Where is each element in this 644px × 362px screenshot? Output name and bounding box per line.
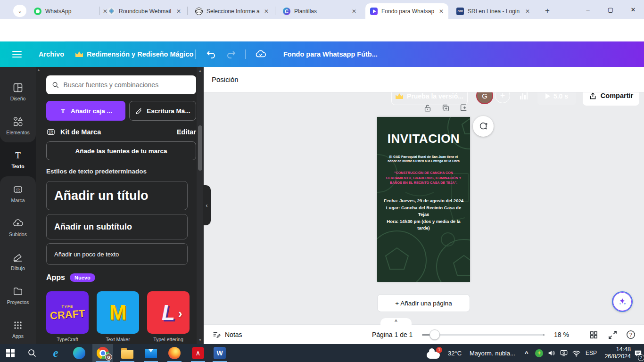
sidebar-item-marca[interactable]: co Marca: [0, 176, 36, 210]
save-status-button[interactable]: [255, 41, 267, 67]
design-icon: [12, 82, 24, 93]
tab-label: Fondo para Whatsap: [381, 8, 435, 15]
app-tile-typecraft[interactable]: TYPE CRAFT: [46, 291, 89, 334]
page-panel-toggle[interactable]: ^: [380, 318, 412, 325]
sidebar-item-texto-active[interactable]: T Texto: [0, 142, 36, 176]
fullscreen-button[interactable]: [608, 325, 617, 345]
magic-write-button[interactable]: Escritura Má...: [129, 101, 196, 121]
tab-plantillas[interactable]: C Plantillas ✕: [278, 3, 361, 19]
new-tab-button[interactable]: +: [541, 4, 554, 17]
zoom-slider[interactable]: [422, 334, 545, 336]
zoom-slider-knob[interactable]: [429, 329, 440, 340]
tray-expand-chevron[interactable]: ^: [525, 344, 528, 362]
add-title-card[interactable]: Añadir un título: [46, 181, 188, 210]
zoom-level[interactable]: 18 %: [554, 325, 569, 345]
taskbar-word-icon[interactable]: W: [209, 344, 230, 362]
notes-button[interactable]: Notas: [212, 325, 242, 345]
scroll-down-icon[interactable]: ▼: [197, 338, 204, 342]
design-intro-text[interactable]: El GAD Parroquial Rural de San Juan tien…: [377, 155, 470, 163]
scrollbar-thumb[interactable]: [198, 125, 202, 171]
window-close-button[interactable]: ✕: [622, 0, 644, 19]
add-page-button[interactable]: + Añadir una página: [377, 294, 470, 312]
taskbar-explorer-icon[interactable]: [117, 344, 138, 362]
brand-edit-link[interactable]: Editar: [177, 128, 196, 136]
weather-temperature[interactable]: 32°C: [448, 344, 462, 362]
sidebar-item-subidos[interactable]: Subidos: [0, 210, 36, 244]
weather-badge: 1: [436, 347, 442, 353]
clock-date: 26/8/2024: [604, 353, 631, 360]
sidebar-item-diseno[interactable]: Diseño: [0, 74, 36, 108]
taskbar-edge-icon[interactable]: [69, 344, 90, 362]
add-page-icon[interactable]: [459, 104, 468, 112]
position-button[interactable]: Posición: [212, 75, 239, 83]
sidebar-item-apps[interactable]: Apps: [0, 312, 36, 346]
design-title[interactable]: Fondo para Whatsapp Fútb...: [283, 41, 378, 67]
add-page-label: + Añadir una página: [395, 300, 452, 307]
close-icon[interactable]: ✕: [439, 8, 444, 15]
scroll-up-icon[interactable]: ▲: [197, 69, 204, 73]
text-panel: ▲ T Añadir caja ... Escritura Má... CO K…: [36, 67, 204, 344]
page-indicator[interactable]: Página 1 de 1: [372, 325, 413, 345]
close-icon[interactable]: ✕: [525, 8, 530, 15]
detail-hora: Hora: 14h30 pm (dos y media de la tarde): [381, 218, 466, 232]
action-center-button[interactable]: 2: [634, 344, 643, 362]
close-icon[interactable]: ✕: [352, 8, 356, 15]
tab-informe[interactable]: Seleccione Informe a ✕: [190, 3, 273, 19]
design-page[interactable]: INVITACION El GAD Parroquial Rural de Sa…: [377, 117, 470, 282]
unlock-icon[interactable]: [423, 104, 432, 112]
tab-search-button[interactable]: ⌄: [13, 5, 26, 17]
app-tile-textmaker[interactable]: M: [97, 291, 139, 334]
search-input[interactable]: [64, 81, 190, 89]
sidebar-item-proyectos[interactable]: Proyectos: [0, 278, 36, 312]
cast-tray-icon[interactable]: [560, 344, 568, 362]
clock-widget[interactable]: 14:48 26/8/2024: [600, 344, 631, 362]
language-indicator[interactable]: ESP: [586, 344, 597, 362]
panel-collapse-handle[interactable]: ‹: [203, 185, 211, 225]
apps-scroll-right-icon[interactable]: ›: [178, 306, 182, 321]
sidebar-item-elementos[interactable]: Elementos: [0, 108, 36, 142]
duplicate-page-icon[interactable]: [441, 104, 450, 112]
sidebar-item-label: Texto: [11, 164, 24, 169]
add-brand-fonts-button[interactable]: Añade las fuentes de tu marca: [46, 141, 196, 160]
magic-resize-menu[interactable]: Redimensión y Rediseño Mágico: [75, 41, 193, 67]
add-bodytext-card[interactable]: Añadir un poco de texto: [46, 243, 188, 265]
file-menu[interactable]: Archivo: [39, 41, 64, 67]
close-icon[interactable]: ✕: [264, 8, 269, 15]
redo-button[interactable]: [225, 41, 237, 67]
undo-button[interactable]: [206, 41, 217, 67]
window-maximize-button[interactable]: ▢: [600, 0, 621, 19]
app-tile-typelettering[interactable]: L: [147, 291, 190, 334]
wifi-tray-icon[interactable]: [572, 344, 581, 362]
add-textbox-button[interactable]: T Añadir caja ...: [46, 101, 125, 121]
taskbar-acrobat-icon[interactable]: ∧: [188, 344, 208, 362]
tab-roundcube[interactable]: Roundcube Webmail ✕: [103, 3, 186, 19]
design-highlight-text[interactable]: “CONSTRUCCIÓN DE CANCHA CON CERRAMIENTO,…: [386, 171, 462, 186]
tab-sri[interactable]: SRI SRI en Línea - Login ✕: [452, 3, 535, 19]
taskbar-firefox-icon[interactable]: [164, 344, 185, 362]
sidebar-item-dibujo[interactable]: Dibujo: [0, 244, 36, 278]
taskbar-mail-icon[interactable]: [140, 344, 161, 362]
window-minimize-button[interactable]: –: [577, 0, 599, 19]
tab-fondo-whatsapp-active[interactable]: Fondo para Whatsap ✕: [365, 3, 448, 19]
grid-view-button[interactable]: [589, 325, 598, 345]
magic-assistant-button[interactable]: [612, 291, 633, 312]
firefox-icon: [168, 347, 181, 359]
design-title-text[interactable]: INVITACION: [377, 132, 470, 146]
antivirus-tray-icon[interactable]: [535, 344, 543, 362]
taskbar-ie-icon[interactable]: e: [45, 344, 66, 362]
weather-condition[interactable]: Mayorm. nubla...: [470, 344, 522, 362]
design-details-text[interactable]: Fecha: Jueves, 29 de agosto del 2024 Lug…: [381, 197, 466, 232]
font-search-box[interactable]: [46, 75, 196, 94]
volume-tray-icon[interactable]: [547, 344, 556, 362]
help-button[interactable]: ?: [626, 325, 636, 345]
taskbar-chrome-active[interactable]: G: [92, 344, 113, 362]
text-icon: T: [12, 150, 24, 161]
taskbar-search-button[interactable]: [22, 344, 42, 362]
start-button[interactable]: [0, 344, 21, 362]
close-icon[interactable]: ✕: [176, 8, 181, 15]
add-subtitle-card[interactable]: Añadir un subtítulo: [46, 214, 188, 239]
add-comment-button[interactable]: [473, 116, 494, 137]
panel-scroll-up-icon[interactable]: ▲: [37, 68, 41, 72]
weather-widget[interactable]: 1: [427, 344, 440, 362]
main-menu-button[interactable]: [12, 41, 22, 67]
